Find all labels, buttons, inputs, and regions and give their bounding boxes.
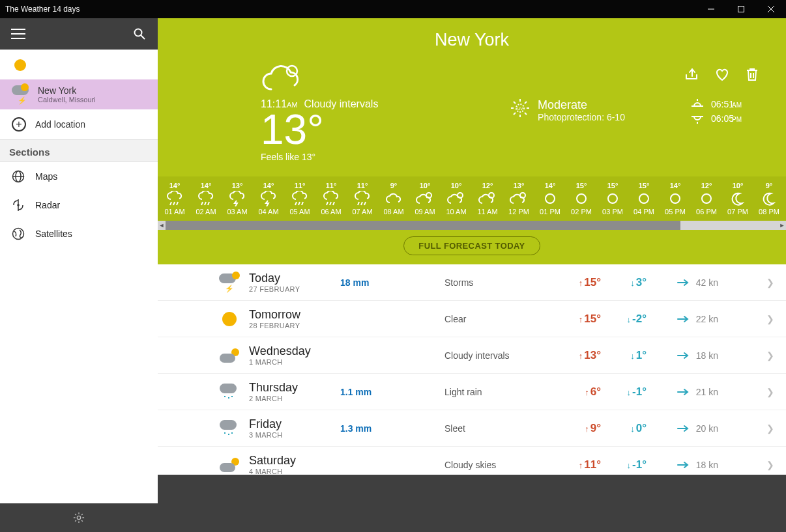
daily-row[interactable]: Tomorrow 28 FEBRUARY Clear 15° -2° 22 kn… <box>158 301 786 337</box>
hourly-item[interactable]: 9° 08 AM <box>378 179 409 218</box>
day-wind: 18 kn <box>647 350 718 361</box>
sidebar-location-newyork[interactable]: New York Caldwell, Missouri <box>0 79 158 109</box>
hourly-item[interactable]: 10° 09 AM <box>409 179 441 218</box>
hourly-item[interactable]: 14° 02 AM <box>190 179 222 218</box>
svg-point-49 <box>577 194 586 203</box>
hourly-item[interactable]: 15° 03 PM <box>597 179 628 218</box>
svg-line-33 <box>205 202 206 205</box>
day-low: -2° <box>601 313 647 326</box>
uv-level: Moderate <box>538 98 625 112</box>
hour-temp: 14° <box>201 182 212 189</box>
hourly-item[interactable]: 11° 05 AM <box>284 179 315 218</box>
svg-line-40 <box>333 202 334 205</box>
hamburger-menu[interactable] <box>5 21 31 47</box>
daily-row[interactable]: Today 27 FEBRUARY 18 mm Storms 15° 3° 42… <box>158 264 786 301</box>
window-close[interactable] <box>756 0 786 18</box>
day-precip: 1.1 mm <box>340 387 444 397</box>
day-label: Saturday <box>249 454 340 468</box>
daily-row[interactable]: Saturday 4 MARCH Cloudy skies 11° -1° 18… <box>158 447 786 475</box>
hourly-item[interactable]: 11° 07 AM <box>347 179 378 218</box>
plus-icon: + <box>12 117 26 132</box>
search-button[interactable] <box>126 21 153 47</box>
hour-icon <box>416 191 434 206</box>
settings-button[interactable] <box>0 503 158 532</box>
sunrise-icon <box>690 98 705 110</box>
scroll-thumb[interactable] <box>166 221 680 230</box>
full-forecast-button[interactable]: FULL FORECAST TODAY <box>403 236 540 255</box>
svg-line-30 <box>173 202 175 205</box>
hour-icon <box>166 191 184 206</box>
hour-icon <box>666 191 684 206</box>
hour-time: 03 AM <box>227 208 247 216</box>
sun-icon <box>12 57 29 74</box>
share-button[interactable] <box>684 66 700 82</box>
day-icon <box>210 273 249 292</box>
hourly-item[interactable]: 13° 03 AM <box>222 179 253 218</box>
hour-time: 03 PM <box>602 208 623 216</box>
svg-line-36 <box>298 202 300 205</box>
hourly-item[interactable]: 14° 01 AM <box>159 179 190 218</box>
hour-icon <box>353 191 371 206</box>
section-maps[interactable]: Maps <box>0 162 158 191</box>
hourly-item[interactable]: 10° 07 PM <box>722 179 753 218</box>
day-icon <box>210 384 249 400</box>
favorite-button[interactable] <box>714 66 730 82</box>
delete-button[interactable] <box>744 66 760 82</box>
hourly-item[interactable]: 12° 11 AM <box>472 179 503 218</box>
uv-icon: UV <box>510 98 530 118</box>
current-temperature: 13° <box>261 109 378 150</box>
bottom-bar <box>158 475 786 532</box>
window-minimize[interactable] <box>696 0 726 18</box>
hero: New York 11:11AM <box>158 18 786 176</box>
svg-line-41 <box>358 202 359 205</box>
daily-row[interactable]: Wednesday 1 MARCH Cloudy intervals 13° 1… <box>158 337 786 374</box>
hour-icon <box>197 191 215 206</box>
scroll-right[interactable]: ► <box>778 221 786 230</box>
hourly-item[interactable]: 9° 08 PM <box>753 179 785 218</box>
hourly-item[interactable]: 15° 04 PM <box>628 179 660 218</box>
day-date: 1 MARCH <box>249 358 340 366</box>
daily-row[interactable]: Thursday 2 MARCH 1.1 mm Light rain 6° -1… <box>158 374 786 410</box>
hourly-item[interactable]: 12° 06 PM <box>691 179 722 218</box>
day-high: 9° <box>555 422 601 435</box>
hourly-item[interactable]: 14° 05 PM <box>660 179 691 218</box>
day-high: 15° <box>555 276 601 289</box>
day-label: Friday <box>249 417 340 431</box>
hourly-item[interactable]: 10° 10 AM <box>441 179 472 218</box>
scroll-left[interactable]: ◄ <box>158 221 166 230</box>
svg-text:UV: UV <box>517 107 523 111</box>
hour-time: 10 AM <box>446 208 466 216</box>
day-icon <box>210 420 249 437</box>
sidebar-location-current[interactable] <box>0 49 158 79</box>
svg-point-51 <box>639 194 648 203</box>
daily-row[interactable]: Friday 3 MARCH 1.3 mm Sleet 9° 0° 20 kn … <box>158 410 786 447</box>
hourly-forecast[interactable]: 14° 01 AM14° 02 AM13° 03 AM14° 04 AM11° … <box>158 176 786 221</box>
hourly-item[interactable]: 14° 04 AM <box>253 179 284 218</box>
hour-temp: 11° <box>326 182 337 189</box>
day-wind: 21 kn <box>647 386 718 398</box>
hourly-item[interactable]: 15° 02 PM <box>566 179 597 218</box>
day-wind: 20 kn <box>647 423 718 434</box>
hour-time: 01 AM <box>164 208 184 216</box>
earth-icon <box>12 227 25 240</box>
svg-line-25 <box>514 113 516 115</box>
section-satellites[interactable]: Satellites <box>0 219 158 248</box>
hourly-item[interactable]: 13° 12 PM <box>503 179 534 218</box>
hourly-item[interactable]: 14° 01 PM <box>534 179 566 218</box>
hour-icon <box>729 191 747 206</box>
svg-rect-1 <box>738 7 744 12</box>
day-icon <box>210 312 249 326</box>
day-condition: Light rain <box>444 387 555 397</box>
gear-icon <box>73 512 85 524</box>
svg-line-43 <box>364 202 366 205</box>
day-high: 15° <box>555 313 601 326</box>
add-location-button[interactable]: + Add location <box>0 109 158 139</box>
day-condition: Clear <box>444 314 555 324</box>
hourly-item[interactable]: 11° 06 AM <box>315 179 347 218</box>
chevron-right-icon: ❯ <box>766 277 774 288</box>
hour-temp: 13° <box>514 182 525 189</box>
svg-line-39 <box>330 202 331 205</box>
hourly-scrollbar[interactable]: ◄ ► <box>158 221 786 230</box>
window-maximize[interactable] <box>726 0 756 18</box>
section-radar[interactable]: Radar <box>0 191 158 219</box>
